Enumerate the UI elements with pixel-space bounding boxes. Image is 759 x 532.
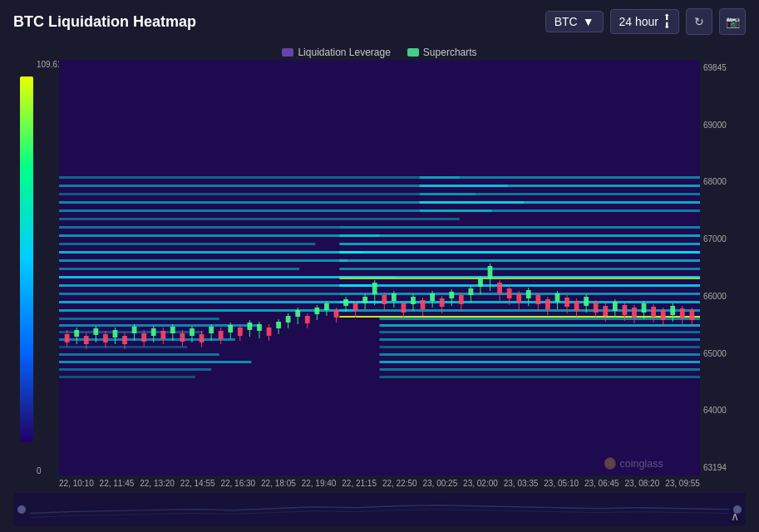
header: BTC Liquidation Heatmap BTC ▼ 24 hour ⬆⬇…: [0, 0, 759, 43]
svg-rect-87: [219, 331, 224, 339]
chevron-up-icon[interactable]: ∧: [731, 510, 739, 523]
y-right-6: 65000: [703, 349, 746, 358]
svg-rect-97: [267, 328, 272, 336]
svg-rect-111: [334, 310, 339, 318]
svg-rect-55: [65, 334, 70, 342]
svg-rect-177: [651, 307, 656, 317]
y-right-4: 67000: [703, 234, 746, 244]
chevron-down-icon: ▼: [583, 15, 594, 28]
x-label-3: 22, 14:55: [180, 479, 215, 488]
scrollbar-thumb-left[interactable]: [17, 505, 26, 514]
svg-rect-6: [59, 353, 219, 356]
svg-rect-133: [440, 298, 445, 307]
svg-rect-125: [402, 303, 407, 313]
x-label-14: 23, 08:20: [625, 479, 660, 488]
svg-rect-93: [247, 323, 252, 330]
time-label: 24 hour: [619, 15, 658, 28]
svg-rect-147: [507, 288, 512, 298]
svg-rect-39: [380, 324, 701, 327]
svg-rect-101: [286, 316, 291, 323]
updown-icon: ⬆⬇: [663, 13, 670, 30]
x-label-4: 22, 16:30: [220, 479, 255, 488]
heatmap-svg: 🪙 coinglass: [59, 60, 700, 475]
color-scale-bar: [20, 76, 33, 442]
svg-rect-183: [680, 308, 685, 318]
svg-rect-143: [488, 266, 493, 279]
svg-rect-43: [380, 353, 701, 356]
time-selector[interactable]: 24 hour ⬆⬇: [610, 9, 679, 34]
x-label-5: 22, 18:05: [261, 479, 296, 488]
refresh-icon: ↻: [694, 15, 704, 28]
camera-icon: 📷: [726, 15, 740, 28]
y-right-1: 69845: [703, 63, 746, 72]
svg-rect-48: [420, 185, 700, 187]
svg-rect-27: [339, 226, 700, 229]
svg-rect-105: [305, 316, 310, 323]
svg-rect-131: [430, 293, 435, 301]
y-axis-right: 69845 69000 68000 67000 66000 65000 6400…: [700, 60, 746, 475]
svg-rect-117: [362, 297, 367, 303]
chart-wrapper: 109.61M 0: [13, 60, 746, 475]
svg-rect-173: [632, 308, 637, 318]
x-axis: 22, 10:10 22, 11:45 22, 13:20 22, 14:55 …: [13, 475, 746, 491]
svg-rect-109: [324, 303, 329, 310]
x-label-6: 22, 19:40: [302, 479, 337, 488]
svg-rect-159: [564, 298, 569, 307]
y-right-3: 68000: [703, 177, 746, 186]
asset-label: BTC: [554, 15, 578, 28]
refresh-button[interactable]: ↻: [686, 8, 712, 35]
scrollbar-area[interactable]: ∧: [13, 493, 746, 526]
svg-rect-155: [545, 299, 550, 309]
svg-rect-135: [449, 292, 454, 298]
svg-rect-21: [59, 176, 460, 179]
svg-rect-99: [276, 322, 281, 328]
svg-rect-38: [380, 318, 701, 320]
svg-rect-71: [141, 333, 146, 342]
y-right-2: 69000: [703, 121, 746, 130]
svg-rect-5: [59, 346, 187, 348]
svg-rect-151: [526, 290, 531, 298]
svg-rect-185: [689, 310, 694, 320]
svg-rect-123: [392, 293, 397, 301]
asset-selector[interactable]: BTC ▼: [545, 11, 604, 32]
svg-rect-175: [642, 303, 647, 313]
svg-rect-179: [661, 310, 666, 320]
svg-text:🪙 coinglass: 🪙 coinglass: [604, 457, 663, 470]
svg-rect-107: [314, 308, 319, 314]
svg-rect-23: [59, 193, 476, 195]
svg-rect-30: [339, 251, 700, 254]
svg-rect-139: [468, 288, 473, 295]
svg-rect-137: [459, 295, 464, 304]
svg-rect-28: [339, 234, 700, 237]
main-chart[interactable]: 🪙 coinglass: [59, 60, 700, 475]
svg-rect-53: [339, 278, 700, 279]
x-label-13: 23, 06:45: [584, 479, 619, 488]
svg-rect-50: [420, 201, 700, 204]
svg-rect-129: [421, 300, 426, 309]
svg-rect-29: [339, 243, 700, 245]
svg-rect-181: [670, 306, 675, 315]
svg-rect-34: [339, 284, 700, 287]
svg-rect-42: [380, 346, 701, 348]
y-axis-left: 109.61M 0: [13, 60, 59, 475]
svg-rect-163: [584, 297, 589, 306]
svg-rect-9: [59, 376, 195, 378]
svg-rect-65: [113, 330, 118, 337]
svg-rect-69: [132, 327, 137, 333]
svg-rect-44: [380, 361, 701, 363]
svg-rect-13: [59, 251, 363, 254]
legend-color-liquidation: [282, 48, 293, 57]
svg-rect-19: [59, 301, 387, 303]
svg-rect-57: [74, 330, 79, 337]
x-label-15: 23, 09:55: [665, 479, 700, 488]
svg-rect-161: [574, 301, 579, 311]
svg-rect-169: [613, 302, 618, 311]
svg-rect-18: [59, 293, 339, 295]
svg-rect-79: [180, 333, 185, 342]
svg-rect-171: [623, 305, 628, 315]
svg-rect-51: [420, 209, 700, 212]
svg-rect-52: [339, 316, 700, 318]
svg-rect-63: [103, 334, 108, 342]
camera-button[interactable]: 📷: [719, 8, 746, 35]
mini-chart-svg: [30, 497, 729, 521]
